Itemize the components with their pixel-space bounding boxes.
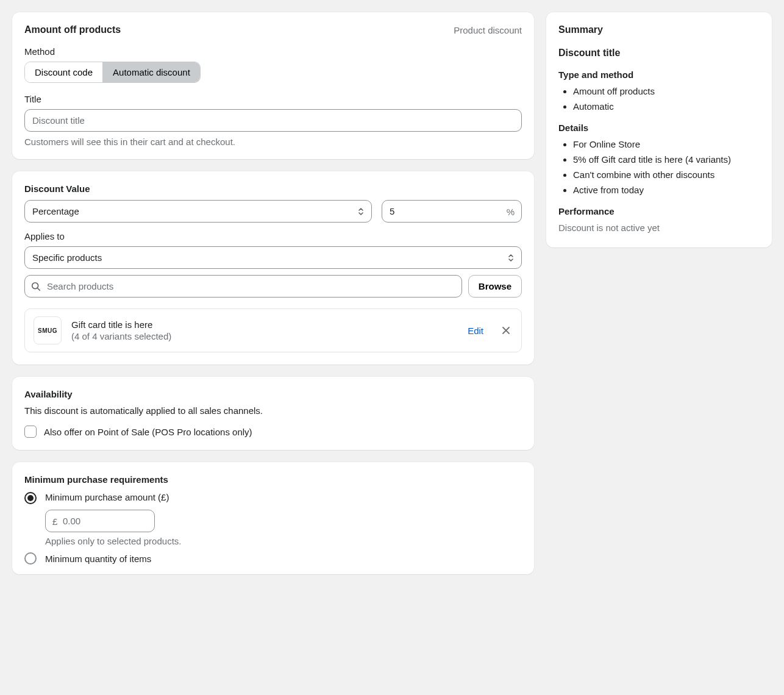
edit-product-link[interactable]: Edit [468, 326, 483, 336]
currency-prefix: £ [52, 516, 57, 526]
percent-suffix: % [507, 206, 515, 216]
product-variants-label: (4 of 4 variants selected) [71, 331, 458, 341]
value-type-select-wrap: Percentage [24, 200, 372, 223]
value-amount-input[interactable] [382, 200, 522, 223]
title-label: Title [24, 94, 522, 104]
svg-line-1 [38, 288, 40, 290]
radio-min-qty[interactable] [24, 552, 37, 565]
card-discount-value: Discount Value Percentage % Applies to [12, 171, 534, 365]
card-header: Amount off products Product discount [24, 24, 522, 35]
title-help-text: Customers will see this in their cart an… [24, 137, 522, 147]
applies-to-select-wrap: Specific products [24, 246, 522, 269]
summary-list-item: Can't combine with other discounts [573, 169, 760, 180]
method-option-automatic[interactable]: Automatic discount [103, 62, 200, 82]
summary-performance-heading: Performance [558, 206, 760, 216]
svg-point-0 [32, 282, 38, 288]
summary-type-method-list: Amount off products Automatic [558, 86, 760, 112]
browse-button[interactable]: Browse [468, 275, 522, 298]
method-option-discount-code[interactable]: Discount code [25, 62, 103, 82]
card-summary: Summary Discount title Type and method A… [546, 12, 772, 248]
pos-checkbox-label: Also offer on Point of Sale (POS Pro loc… [44, 427, 252, 437]
summary-heading: Summary [558, 24, 760, 35]
value-type-select[interactable]: Percentage [24, 200, 372, 223]
availability-description: This discount is automatically applied t… [24, 405, 522, 416]
selected-product-row: SMUG Gift card title is here (4 of 4 var… [24, 308, 522, 352]
search-products-input[interactable] [24, 275, 462, 298]
summary-discount-title: Discount title [558, 48, 760, 59]
applies-to-label: Applies to [24, 231, 522, 241]
card-amount-off: Amount off products Product discount Met… [12, 12, 534, 159]
remove-product-icon[interactable] [493, 324, 513, 337]
applies-to-select[interactable]: Specific products [24, 246, 522, 269]
pos-checkbox[interactable] [24, 426, 37, 438]
radio-min-amount[interactable] [24, 492, 37, 504]
discount-value-heading: Discount Value [24, 184, 522, 194]
search-icon [30, 281, 41, 292]
min-amount-help: Applies only to selected products. [45, 536, 522, 546]
summary-performance-text: Discount is not active yet [558, 223, 760, 233]
min-amount-input[interactable] [45, 510, 155, 532]
summary-list-item: 5% off Gift card title is here (4 varian… [573, 154, 760, 165]
radio-min-qty-label: Minimum quantity of items [45, 554, 151, 564]
title-input[interactable] [24, 109, 522, 132]
page-title: Amount off products [24, 24, 121, 35]
product-meta: Gift card title is here (4 of 4 variants… [71, 319, 458, 341]
summary-details-heading: Details [558, 123, 760, 133]
product-thumbnail: SMUG [34, 316, 62, 344]
radio-min-amount-label: Minimum purchase amount (£) [45, 492, 169, 502]
method-label: Method [24, 46, 522, 57]
summary-details-list: For Online Store 5% off Gift card title … [558, 139, 760, 195]
summary-list-item: Amount off products [573, 86, 760, 96]
value-amount-wrap: % [382, 200, 522, 223]
summary-list-item: For Online Store [573, 139, 760, 149]
availability-heading: Availability [24, 389, 522, 399]
summary-list-item: Active from today [573, 185, 760, 195]
summary-type-method-heading: Type and method [558, 70, 760, 80]
card-availability: Availability This discount is automatica… [12, 377, 534, 450]
search-products-wrap [24, 275, 462, 298]
card-min-purchase: Minimum purchase requirements Minimum pu… [12, 462, 534, 574]
method-segmented-control: Discount code Automatic discount [24, 62, 201, 83]
min-purchase-heading: Minimum purchase requirements [24, 474, 522, 485]
product-title: Gift card title is here [71, 319, 458, 330]
discount-type-label: Product discount [454, 25, 522, 35]
summary-list-item: Automatic [573, 101, 760, 112]
